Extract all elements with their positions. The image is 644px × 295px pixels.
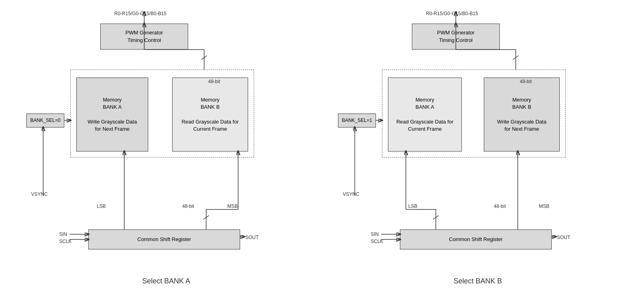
rgb-label-a: R0-R15/G0-G15/B0-B15 <box>114 11 167 16</box>
memory-b-box-b: Memory BANK B Write Grayscale Data for N… <box>484 78 560 151</box>
memory-a-box-a: Memory BANK A Write Grayscale Data for N… <box>76 78 148 151</box>
svg-line-4 <box>201 56 207 60</box>
sout-a: SOUT <box>245 235 258 240</box>
diagram-a: R0-R15/G0-G15/B0-B15 PWM Generator Timin… <box>22 8 310 287</box>
diagrams-container: R0-R15/G0-G15/B0-B15 PWM Generator Timin… <box>14 4 630 291</box>
bit48-bot-b: 48-bit <box>494 203 506 209</box>
title-a: Select BANK A <box>22 277 310 285</box>
diagram-b: R0-R15/G0-G15/B0-B15 PWM Generator Timin… <box>334 8 622 287</box>
rgb-label-b: R0-R15/G0-G15/B0-B15 <box>426 11 478 16</box>
msb-b: MSB <box>539 203 549 209</box>
svg-line-11 <box>203 215 209 219</box>
sin-b: SIN <box>371 231 379 237</box>
bit48-bot-a: 48-bit <box>182 203 194 209</box>
memory-b-box-a: Memory BANK B Read Grayscale Data for Cu… <box>172 78 248 151</box>
pwm-box-a: PWM Generator Timing Control <box>100 24 188 50</box>
title-b: Select BANK B <box>334 277 622 285</box>
svg-line-25 <box>433 215 439 219</box>
lsb-b: LSB <box>408 203 417 209</box>
memory-a-box-b: Memory BANK A Read Grayscale Data for Cu… <box>388 78 462 151</box>
vsync-a: VSYNC <box>31 191 48 197</box>
bank-sel-box-a: BANK_SEL=0 <box>26 114 64 128</box>
shift-reg-a: Common Shift Register <box>88 229 240 249</box>
msb-a: MSB <box>227 203 238 209</box>
bit48-top-b: 48-bit <box>520 79 532 84</box>
svg-line-19 <box>513 56 519 60</box>
bit48-top-a: 48-bit <box>208 79 220 84</box>
sclk-b: SCLK <box>371 239 383 244</box>
pwm-box-b: PWM Generator Timing Control <box>412 24 500 50</box>
sin-a: SIN <box>59 231 67 237</box>
sout-b: SOUT <box>557 235 570 240</box>
shift-reg-b: Common Shift Register <box>400 229 552 249</box>
sclk-a: SCLK <box>59 239 72 244</box>
vsync-b: VSYNC <box>343 191 359 197</box>
lsb-a: LSB <box>97 203 106 209</box>
bank-sel-box-b: BANK_SEL=1 <box>338 114 376 128</box>
